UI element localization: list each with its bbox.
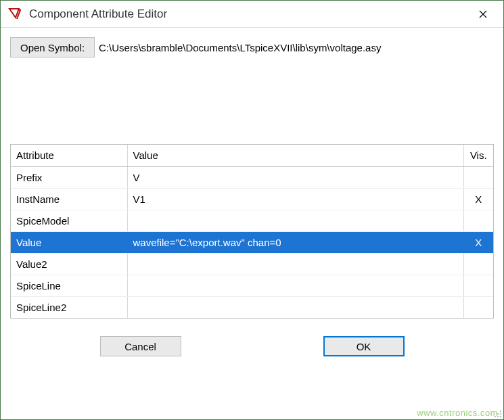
symbol-path: C:\Users\sbramble\Documents\LTspiceXVII\…: [99, 42, 494, 53]
cell-attribute[interactable]: Value2: [11, 253, 127, 275]
cell-vis[interactable]: [463, 275, 493, 296]
cell-attribute[interactable]: InstName: [11, 188, 127, 210]
cell-vis[interactable]: [463, 210, 493, 231]
col-header-value[interactable]: Value: [127, 145, 463, 166]
titlebar: Component Attribute Editor: [1, 1, 503, 28]
cell-attribute[interactable]: SpiceModel: [11, 210, 127, 231]
col-header-vis[interactable]: Vis.: [463, 145, 493, 166]
cell-vis[interactable]: X: [463, 188, 493, 210]
table-row[interactable]: Valuewavefile="C:\export.wav" chan=0X: [11, 231, 493, 253]
table-row[interactable]: PrefixV: [11, 166, 493, 188]
col-header-attribute[interactable]: Attribute: [11, 145, 127, 166]
cell-attribute[interactable]: SpiceLine2: [11, 296, 127, 318]
cancel-button[interactable]: Cancel: [100, 336, 181, 356]
dialog-window: Component Attribute Editor Open Symbol: …: [0, 0, 504, 420]
cell-value[interactable]: [127, 296, 463, 318]
cell-value[interactable]: [127, 210, 463, 231]
table-row[interactable]: Value2: [11, 253, 493, 275]
dialog-button-row: Cancel OK: [10, 319, 494, 369]
cell-value[interactable]: [127, 275, 463, 296]
cell-value[interactable]: V: [127, 166, 463, 188]
cell-attribute[interactable]: Value: [11, 231, 127, 253]
cell-vis[interactable]: [463, 253, 493, 275]
table-row[interactable]: SpiceLine: [11, 275, 493, 296]
table-row[interactable]: SpiceModel: [11, 210, 493, 231]
cell-value[interactable]: V1: [127, 188, 463, 210]
content-area: Open Symbol: C:\Users\sbramble\Documents…: [1, 28, 503, 419]
cell-value[interactable]: wavefile="C:\export.wav" chan=0: [127, 231, 463, 253]
close-button[interactable]: [468, 3, 498, 25]
table-row[interactable]: SpiceLine2: [11, 296, 493, 318]
app-icon: [7, 7, 22, 22]
open-symbol-row: Open Symbol: C:\Users\sbramble\Documents…: [10, 37, 494, 57]
cell-value[interactable]: [127, 253, 463, 275]
cell-vis[interactable]: [463, 296, 493, 318]
ok-button[interactable]: OK: [323, 336, 405, 356]
grid-header-row: Attribute Value Vis.: [11, 145, 493, 166]
attribute-grid[interactable]: Attribute Value Vis. PrefixVInstNameV1XS…: [10, 144, 494, 319]
open-symbol-button[interactable]: Open Symbol:: [10, 37, 95, 57]
cell-attribute[interactable]: SpiceLine: [11, 275, 127, 296]
window-title: Component Attribute Editor: [29, 7, 468, 21]
table-row[interactable]: InstNameV1X: [11, 188, 493, 210]
spacer: [10, 64, 494, 144]
close-icon: [479, 10, 487, 18]
cell-vis[interactable]: X: [463, 231, 493, 253]
cell-vis[interactable]: [463, 166, 493, 188]
cell-attribute[interactable]: Prefix: [11, 166, 127, 188]
